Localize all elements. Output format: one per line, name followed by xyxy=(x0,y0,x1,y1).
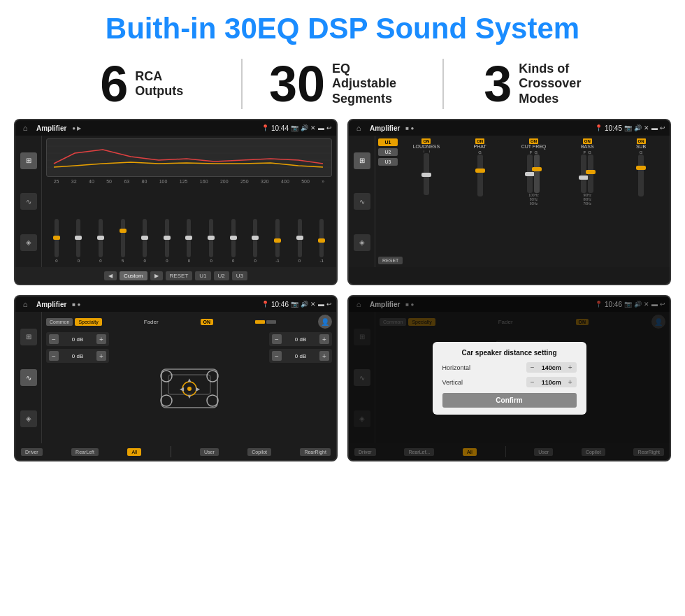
eq-slider-13[interactable]: -1 xyxy=(319,219,324,263)
db-plus-4[interactable]: + xyxy=(319,351,329,361)
vertical-minus[interactable]: − xyxy=(531,378,535,386)
eq-slider-3[interactable]: 0 xyxy=(99,219,103,263)
db-minus-1[interactable]: − xyxy=(49,334,59,344)
eq-slider-11[interactable]: -1 xyxy=(275,219,280,263)
phat-slider[interactable] xyxy=(477,155,483,196)
eq-slider-6[interactable]: 0 xyxy=(165,219,169,263)
loudness-on[interactable]: ON xyxy=(421,138,431,144)
btn-copilot[interactable]: Copilot xyxy=(247,448,271,456)
dialog-title: Car speaker distance setting xyxy=(442,349,577,357)
db-minus-4[interactable]: − xyxy=(272,351,282,361)
preset-u3[interactable]: U3 xyxy=(378,158,398,166)
preset-u2[interactable]: U2 xyxy=(378,148,398,156)
distance-screen: ⌂ Amplifier ■ ● 📍 10:46 📷 🔊 ✕ ▬ ↩ ⊞ ∿ xyxy=(347,295,671,461)
eq-slider-10[interactable]: 0 xyxy=(253,219,257,263)
home-icon-2[interactable]: ⌂ xyxy=(353,122,364,134)
svg-point-11 xyxy=(187,387,192,391)
eq-icon-2[interactable]: ⊞ xyxy=(354,152,370,169)
db-val-4: 0 dB xyxy=(284,353,317,359)
cutfreq-slider-g[interactable] xyxy=(534,155,540,193)
db-plus-2[interactable]: + xyxy=(96,351,106,361)
bass-label: BASS xyxy=(581,144,594,149)
bass-on[interactable]: ON xyxy=(583,138,592,144)
location-icon-3: 📍 xyxy=(261,301,269,308)
wave-icon[interactable]: ∿ xyxy=(20,193,37,210)
cutfreq-slider-f[interactable] xyxy=(527,155,533,193)
crossover-controls: ON LOUDNESS ~ ~ xyxy=(401,138,667,252)
svg-point-9 xyxy=(207,395,218,406)
svg-point-7 xyxy=(207,371,218,382)
vertical-stepper: − 110cm + xyxy=(526,377,577,387)
vertical-plus[interactable]: + xyxy=(568,378,572,386)
db-plus-1[interactable]: + xyxy=(96,334,106,344)
eq-slider-5[interactable]: 0 xyxy=(143,219,147,263)
stat-text-eq: EQ AdjustableSegments xyxy=(332,62,416,107)
db-minus-2[interactable]: − xyxy=(49,351,59,361)
sub-slider[interactable] xyxy=(638,155,644,196)
eq-u3-btn[interactable]: U3 xyxy=(232,271,247,280)
speaker-icon-2[interactable]: ◈ xyxy=(354,234,370,251)
crossover-status-icons: 📍 10:45 📷 🔊 ✕ ▬ ↩ xyxy=(595,124,665,132)
db-val-1: 0 dB xyxy=(61,336,94,343)
btn-user[interactable]: User xyxy=(200,448,219,456)
eq-slider-7[interactable]: 0 xyxy=(187,219,191,263)
db-plus-3[interactable]: + xyxy=(319,334,329,344)
eq-slider-9[interactable]: 0 xyxy=(231,219,236,263)
eq-slider-2[interactable]: 0 xyxy=(76,219,80,263)
wave-icon-2[interactable]: ∿ xyxy=(354,193,370,210)
eq-reset-btn[interactable]: RESET xyxy=(166,271,193,280)
profile-icon[interactable]: 👤 xyxy=(318,315,332,329)
eq-slider-4[interactable]: 5 xyxy=(121,219,125,263)
phat-on[interactable]: ON xyxy=(475,138,484,144)
horizontal-minus[interactable]: − xyxy=(531,364,535,371)
sub-control: ON SUB G xyxy=(615,138,667,252)
loudness-slider[interactable] xyxy=(424,153,429,195)
back-icon[interactable]: ↩ xyxy=(326,124,332,131)
eq-u1-btn[interactable]: U1 xyxy=(195,271,210,280)
confirm-button[interactable]: Confirm xyxy=(442,393,577,408)
fader-content: − 0 dB + − 0 dB + xyxy=(46,332,332,440)
close-icon: ✕ xyxy=(310,124,316,131)
eq-icon[interactable]: ⊞ xyxy=(20,152,37,169)
wave-icon-3[interactable]: ∿ xyxy=(20,369,37,386)
btn-rearleft[interactable]: RearLeft xyxy=(71,448,99,456)
bass-slider-g[interactable] xyxy=(588,155,593,193)
back-icon-2[interactable]: ↩ xyxy=(660,124,665,131)
eq-slider-12[interactable]: 0 xyxy=(298,219,302,263)
sub-label: SUB xyxy=(636,144,646,149)
eq-sliders: 0 0 0 5 xyxy=(46,187,332,264)
divider xyxy=(171,446,171,457)
eq-slider-1[interactable]: 0 xyxy=(55,219,59,263)
home-icon[interactable]: ⌂ xyxy=(20,122,31,134)
eq-play-btn[interactable]: ▶ xyxy=(150,271,163,280)
horizontal-row: Horizontal − 140cm + xyxy=(442,362,577,373)
tab-common[interactable]: Common xyxy=(46,318,73,326)
db-minus-3[interactable]: − xyxy=(272,334,282,344)
crossover-screen-title: Amplifier xyxy=(370,124,400,132)
eq-custom-btn[interactable]: Custom xyxy=(120,271,147,280)
horizontal-plus[interactable]: + xyxy=(568,364,572,371)
eq-slider-8[interactable]: 0 xyxy=(209,219,213,263)
eq-prev-btn[interactable]: ◀ xyxy=(104,271,117,280)
stat-rca: 6 RCAOutputs xyxy=(42,59,243,109)
tab-specialty[interactable]: Specialty xyxy=(75,318,101,326)
fader-on-badge[interactable]: ON xyxy=(201,319,214,325)
eq-u2-btn[interactable]: U2 xyxy=(214,271,229,280)
btn-driver[interactable]: Driver xyxy=(21,448,43,456)
eq-icon-3[interactable]: ⊞ xyxy=(20,329,37,345)
back-icon-3[interactable]: ↩ xyxy=(326,301,332,308)
crossover-time: 10:45 xyxy=(605,124,622,132)
btn-all[interactable]: All xyxy=(127,448,141,456)
home-icon-3[interactable]: ⌂ xyxy=(20,299,31,310)
sub-on[interactable]: ON xyxy=(637,138,646,144)
preset-u1[interactable]: U1 xyxy=(378,138,398,146)
vertical-value: 110cm xyxy=(538,379,565,386)
volume-icon: 🔊 xyxy=(301,124,308,131)
speaker-icon-3[interactable]: ◈ xyxy=(20,410,37,427)
crossover-reset-btn[interactable]: RESET xyxy=(378,257,403,264)
eq-status-bar: ⌂ Amplifier ● ▶ 📍 10:44 📷 🔊 ✕ ▬ ↩ xyxy=(15,120,336,136)
stat-number-crossover: 3 xyxy=(484,59,512,109)
cutfreq-on[interactable]: ON xyxy=(529,138,538,144)
speaker-icon[interactable]: ◈ xyxy=(20,234,37,251)
btn-rearright[interactable]: RearRight xyxy=(300,448,331,456)
